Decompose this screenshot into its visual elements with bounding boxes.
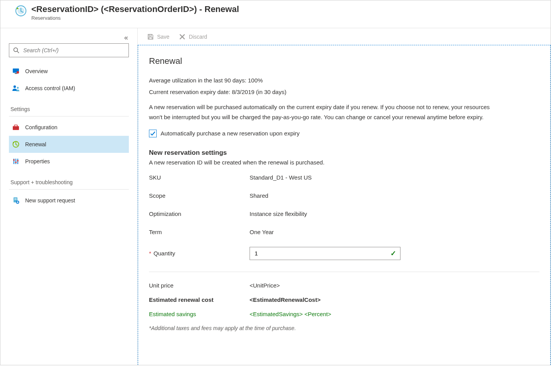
reservation-icon: [15, 5, 27, 17]
term-label: Term: [149, 229, 250, 235]
sidebar-item-label: Configuration: [25, 124, 57, 130]
sidebar-item-label: Renewal: [25, 141, 46, 147]
sliders-icon: [12, 157, 20, 165]
monitor-icon: [12, 67, 20, 75]
svg-rect-18: [17, 160, 19, 161]
utilization-text: Average utilization in the last 90 days:…: [149, 75, 539, 86]
estimated-cost-label: Estimated renewal cost: [149, 296, 250, 303]
svg-rect-10: [14, 125, 17, 127]
sidebar-item-properties[interactable]: Properties: [9, 153, 129, 170]
search-icon: [13, 47, 19, 53]
svg-rect-11: [13, 128, 19, 128]
svg-rect-20: [14, 199, 17, 199]
sku-label: SKU: [149, 174, 250, 181]
svg-rect-23: [149, 34, 151, 36]
valid-check-icon: ✓: [390, 249, 396, 258]
search-field[interactable]: [22, 47, 125, 54]
search-input[interactable]: [9, 43, 129, 57]
quantity-label: * Quantity: [149, 250, 250, 257]
optimization-label: Optimization: [149, 211, 250, 217]
svg-line-3: [17, 51, 19, 53]
settings-subtext: A new reservation ID will be created whe…: [149, 159, 539, 166]
sidebar-item-new-support-request[interactable]: New support request: [9, 192, 129, 209]
collapse-sidebar-icon[interactable]: «: [123, 34, 129, 42]
scope-label: Scope: [149, 192, 250, 199]
svg-point-2: [14, 48, 18, 52]
save-label: Save: [157, 34, 169, 40]
expiry-text: Current reservation expiry date: 8/3/201…: [149, 87, 539, 97]
svg-point-8: [17, 87, 19, 89]
quantity-field[interactable]: [254, 250, 390, 257]
svg-point-7: [14, 86, 16, 88]
auto-purchase-checkbox[interactable]: [149, 130, 157, 137]
unit-price-value: <UnitPrice>: [250, 282, 280, 289]
sidebar-item-label: Properties: [25, 158, 50, 164]
svg-rect-21: [14, 199, 17, 200]
divider: [149, 272, 539, 272]
sidebar: « Overview Access control (IAM) Settings: [0, 28, 138, 365]
sidebar-section-settings: Settings: [9, 97, 129, 116]
sidebar-item-overview[interactable]: Overview: [9, 63, 129, 80]
breadcrumb: Reservations: [31, 15, 239, 21]
svg-rect-17: [15, 162, 17, 163]
sidebar-item-renewal[interactable]: Renewal: [9, 136, 129, 153]
sidebar-item-label: New support request: [25, 197, 75, 204]
svg-rect-16: [13, 159, 15, 161]
content-heading: Renewal: [149, 56, 539, 66]
required-indicator: *: [149, 250, 151, 257]
toolbar: Save Discard: [138, 28, 551, 45]
sidebar-item-label: Access control (IAM): [25, 85, 75, 91]
sidebar-item-configuration[interactable]: Configuration: [9, 119, 129, 136]
quantity-input[interactable]: ✓: [250, 247, 400, 260]
iam-icon: [12, 84, 20, 92]
sku-value: Standard_D1 - West US: [250, 174, 312, 181]
save-icon: [147, 33, 154, 40]
renewal-description: A new reservation will be purchased auto…: [149, 102, 497, 123]
auto-purchase-label: Automatically purchase a new reservation…: [161, 130, 299, 137]
sidebar-item-label: Overview: [25, 68, 48, 74]
renewal-icon: [12, 140, 20, 148]
discard-button[interactable]: Discard: [179, 33, 207, 40]
toolbox-icon: [12, 123, 20, 131]
scope-value: Shared: [250, 192, 268, 199]
optimization-value: Instance size flexibility: [250, 211, 307, 217]
unit-price-label: Unit price: [149, 282, 250, 289]
page-title: <ReservationID> (<ReservationOrderID>) -…: [31, 4, 239, 14]
sidebar-section-support: Support + troubleshooting: [9, 170, 129, 190]
save-button[interactable]: Save: [147, 33, 169, 40]
estimated-savings-value: <EstimatedSavings> <Percent>: [250, 311, 331, 317]
svg-point-6: [17, 71, 19, 74]
page-header: <ReservationID> (<ReservationOrderID>) -…: [0, 0, 551, 28]
svg-rect-24: [149, 37, 152, 39]
sidebar-item-access-control[interactable]: Access control (IAM): [9, 80, 129, 97]
checkmark-icon: [150, 130, 156, 137]
main-content: Save Discard Renewal Average utilization…: [138, 28, 551, 365]
support-icon: [12, 197, 20, 204]
estimated-cost-value: <EstimatedRenewalCost>: [250, 296, 320, 303]
estimated-savings-label: Estimated savings: [149, 311, 250, 317]
settings-heading: New reservation settings: [149, 149, 539, 157]
discard-icon: [179, 33, 186, 40]
term-value: One Year: [250, 229, 274, 235]
svg-rect-5: [15, 73, 17, 74]
discard-label: Discard: [189, 34, 207, 40]
pricing-footnote: *Additional taxes and fees may apply at …: [149, 325, 539, 331]
